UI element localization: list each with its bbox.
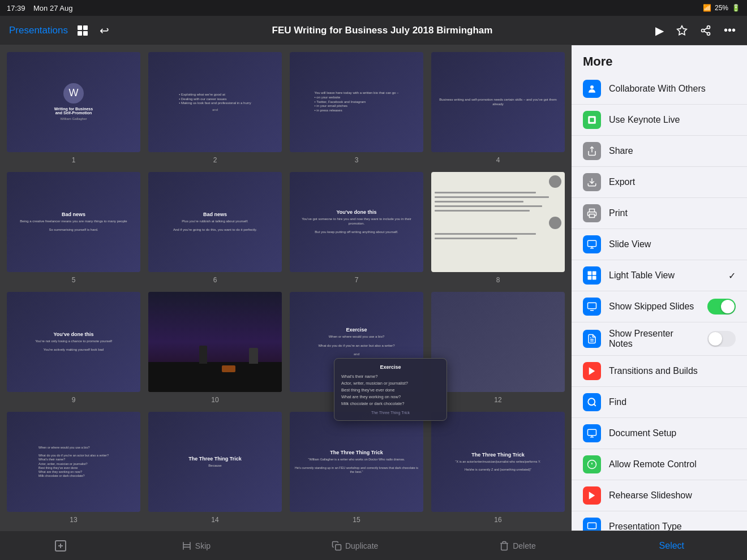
svg-rect-0	[78, 25, 82, 30]
svg-rect-49	[336, 544, 341, 550]
add-slide-button[interactable]	[51, 537, 70, 555]
wifi-icon: 📶	[703, 4, 711, 12]
slide-item[interactable]: You will leave here today with a written…	[290, 52, 423, 164]
svg-rect-19	[593, 272, 596, 275]
svg-point-6	[707, 32, 710, 35]
checkmark-icon: ✓	[728, 270, 736, 281]
slide-item[interactable]: The Three Thing Trick "X is an actor/wri…	[431, 412, 565, 524]
svg-point-4	[707, 25, 710, 28]
back-button[interactable]: Presentations	[9, 25, 68, 36]
slide-item[interactable]: When or where would you use a bio?What d…	[7, 412, 140, 524]
bottom-bar: Skip Duplicate Delete Select	[0, 531, 747, 560]
share-button[interactable]	[698, 23, 714, 38]
sidebar-item-allow-remote[interactable]: Allow Remote Control	[572, 449, 747, 480]
battery-icon: 🔋	[732, 4, 740, 12]
show-skipped-toggle[interactable]	[707, 299, 736, 315]
sidebar-item-print[interactable]: Print	[572, 198, 747, 229]
slide-item[interactable]: • Exploiting what we're good at• Dealing…	[148, 52, 282, 164]
slide-item[interactable]: 8	[431, 172, 565, 284]
svg-rect-15	[588, 240, 596, 247]
svg-marker-26	[589, 367, 595, 375]
star-button[interactable]	[674, 23, 690, 38]
slide-item[interactable]: Exercise When or where would you use a b…	[290, 292, 423, 404]
slide-item[interactable]: You've done this You've got someone to h…	[290, 172, 423, 284]
toggle-thumb	[721, 300, 735, 313]
light-table-label: Light Table View	[609, 270, 720, 281]
svg-line-28	[594, 404, 595, 406]
svg-point-5	[701, 29, 704, 32]
toolbar: Presentations ↩ FEU Writing for Business…	[0, 16, 747, 45]
svg-rect-22	[588, 303, 596, 309]
sidebar-item-export[interactable]: Export	[572, 167, 747, 198]
collaborate-icon	[583, 80, 601, 98]
undo-button[interactable]: ↩	[97, 21, 111, 40]
presenter-notes-toggle[interactable]	[707, 331, 736, 347]
sidebar-item-presentation-type[interactable]: Presentation Type	[572, 511, 747, 531]
slide-item[interactable]: The Three Thing Trick Because 14	[148, 412, 282, 524]
share-label: Share	[609, 146, 736, 156]
grid-view-button[interactable]	[75, 23, 91, 38]
print-icon	[583, 204, 601, 222]
slide-item[interactable]: 10	[148, 292, 282, 404]
document-setup-label: Document Setup	[609, 428, 736, 438]
svg-line-8	[704, 28, 707, 29]
svg-rect-21	[593, 276, 596, 280]
sidebar-item-light-table[interactable]: Light Table View ✓	[572, 260, 747, 291]
slide-item[interactable]: The Three Thing Trick "William Gallagher…	[290, 412, 423, 524]
document-setup-icon	[583, 424, 601, 442]
tooltip-title: Exercise	[341, 364, 440, 370]
transitions-icon	[583, 362, 601, 380]
exercise-tooltip: Exercise What's their name? Actor, write…	[334, 358, 447, 421]
svg-rect-29	[588, 429, 596, 436]
duplicate-button[interactable]: Duplicate	[323, 536, 387, 555]
collaborate-label: Collaborate With Others	[609, 84, 736, 94]
slide-view-label: Slide View	[609, 239, 736, 249]
slide-grid: W Writing for Businessand Self-Promotion…	[7, 52, 565, 531]
sidebar-item-find[interactable]: Find	[572, 387, 747, 418]
slide-view-icon	[583, 235, 601, 253]
slide-grid-area[interactable]: W Writing for Businessand Self-Promotion…	[0, 45, 572, 531]
sidebar-item-slide-view[interactable]: Slide View	[572, 229, 747, 260]
sidebar-item-share[interactable]: Share	[572, 136, 747, 167]
light-table-icon	[583, 266, 601, 285]
svg-rect-18	[588, 272, 592, 275]
sidebar-item-collaborate[interactable]: Collaborate With Others	[572, 74, 747, 105]
allow-remote-label: Allow Remote Control	[609, 459, 736, 469]
slide-item[interactable]: 12	[431, 292, 565, 404]
show-skipped-icon	[583, 298, 601, 316]
time: 17:39	[7, 4, 25, 12]
slide-item[interactable]: Bad news Plus you're rubbish at talking …	[148, 172, 282, 284]
slide-item[interactable]: W Writing for Businessand Self-Promotion…	[7, 52, 140, 164]
skip-button[interactable]: Skip	[173, 536, 220, 555]
sidebar-item-transitions[interactable]: Transitions and Builds	[572, 356, 747, 387]
sidebar-item-document-setup[interactable]: Document Setup	[572, 418, 747, 449]
export-label: Export	[609, 177, 736, 187]
more-button[interactable]: •••	[722, 21, 738, 39]
svg-rect-2	[78, 31, 82, 36]
sidebar-item-presenter-notes[interactable]: Show Presenter Notes	[572, 322, 747, 356]
find-label: Find	[609, 397, 736, 407]
slide-item[interactable]: Business writing and self-promotion need…	[431, 52, 565, 164]
sidebar-header: More	[572, 45, 747, 74]
svg-rect-1	[83, 25, 88, 30]
delete-button[interactable]: Delete	[490, 536, 544, 555]
document-title: FEU Writing for Business July 2018 Birmi…	[111, 25, 653, 36]
svg-rect-36	[588, 523, 596, 529]
presenter-notes-label: Show Presenter Notes	[609, 329, 699, 349]
select-button[interactable]: Select	[648, 536, 696, 555]
play-button[interactable]: ▶	[653, 21, 666, 40]
sidebar-item-show-skipped[interactable]: Show Skipped Slides	[572, 291, 747, 322]
sidebar-item-keynote-live[interactable]: Use Keynote Live	[572, 105, 747, 136]
slide-item[interactable]: Bad news Being a creative freelancer mea…	[7, 172, 140, 284]
svg-marker-35	[589, 492, 595, 499]
battery: 25%	[715, 4, 728, 12]
rehearse-label: Rehearse Slideshow	[609, 490, 736, 501]
sidebar-item-rehearse[interactable]: Rehearse Slideshow	[572, 480, 747, 511]
presentation-type-icon	[583, 518, 601, 531]
show-skipped-label: Show Skipped Slides	[609, 301, 699, 312]
date: Mon 27 Aug	[33, 4, 72, 12]
keynote-live-label: Use Keynote Live	[609, 115, 736, 125]
allow-remote-icon	[583, 455, 601, 473]
slide-item[interactable]: You've done this You're not only losing …	[7, 292, 140, 404]
export-icon	[583, 173, 601, 191]
